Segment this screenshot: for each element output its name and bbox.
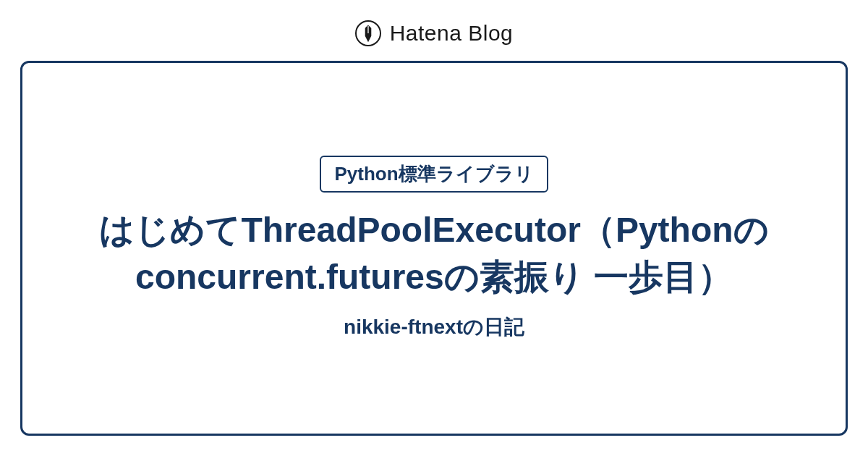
hatena-logo-icon [355, 20, 381, 46]
brand-header: Hatena Blog [0, 0, 868, 61]
brand-name: Hatena Blog [390, 21, 514, 46]
blog-name: nikkie-ftnextの日記 [344, 313, 524, 341]
article-card: Python標準ライブラリ はじめてThreadPoolExecutor（Pyt… [20, 61, 848, 436]
article-title: はじめてThreadPoolExecutor（Pythonのconcurrent… [66, 207, 802, 301]
category-badge: Python標準ライブラリ [320, 156, 548, 193]
